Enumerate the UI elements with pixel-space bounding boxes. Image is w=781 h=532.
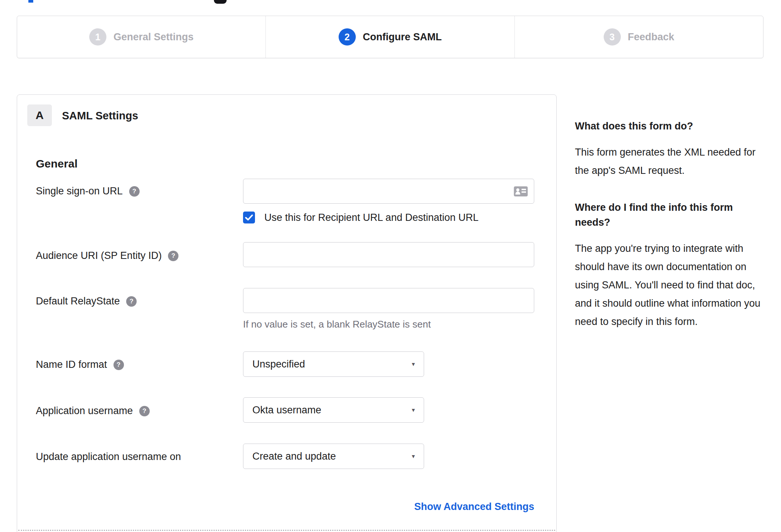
show-advanced-settings-link[interactable]: Show Advanced Settings: [414, 501, 534, 513]
help-icon[interactable]: ?: [139, 406, 150, 416]
help-icon[interactable]: ?: [126, 296, 137, 307]
saml-settings-panel: A SAML Settings General Single sign-on U…: [17, 94, 557, 532]
recipient-url-checkbox-row: Use this for Recipient URL and Destinati…: [243, 212, 479, 223]
application-username-label-text: Application username: [36, 405, 133, 417]
sso-url-label-text: Single sign-on URL: [36, 185, 123, 197]
wizard-stepper: 1 General Settings 2 Configure SAML 3 Fe…: [17, 16, 763, 58]
cropped-logo-fragment: [214, 0, 227, 4]
application-username-select[interactable]: Okta username ▼: [243, 397, 424, 423]
default-relaystate-label: Default RelayState ?: [36, 295, 137, 307]
sidebar-heading-what: What does this form do?: [575, 119, 767, 134]
chevron-down-icon: ▼: [411, 453, 416, 459]
audience-uri-label-text: Audience URI (SP Entity ID): [36, 250, 162, 262]
step-3-number-badge: 3: [604, 28, 621, 46]
step-configure-saml[interactable]: 2 Configure SAML: [265, 16, 514, 58]
name-id-format-label-text: Name ID format: [36, 359, 107, 370]
name-id-format-label: Name ID format ?: [36, 359, 124, 370]
general-group-title: General: [36, 157, 78, 170]
chevron-down-icon: ▼: [411, 361, 416, 367]
name-id-format-value: Unspecified: [252, 359, 305, 370]
audience-uri-label: Audience URI (SP Entity ID) ?: [36, 250, 178, 262]
help-sidebar: What does this form do? This form genera…: [575, 119, 767, 351]
section-a-badge: A: [27, 104, 52, 126]
chevron-down-icon: ▼: [411, 407, 416, 413]
step-2-label: Configure SAML: [363, 31, 442, 43]
help-icon[interactable]: ?: [113, 360, 124, 370]
update-application-username-label-text: Update application username on: [36, 451, 181, 463]
help-icon[interactable]: ?: [129, 186, 140, 197]
update-application-username-label: Update application username on: [36, 451, 181, 463]
checkmark-icon: [245, 214, 253, 221]
relaystate-hint: If no value is set, a blank RelayState i…: [243, 319, 431, 330]
sidebar-body-what: This form generates the XML needed for t…: [575, 143, 767, 180]
default-relaystate-label-text: Default RelayState: [36, 295, 120, 307]
name-id-format-select[interactable]: Unspecified ▼: [243, 351, 424, 377]
step-feedback[interactable]: 3 Feedback: [514, 16, 763, 58]
configure-saml-screen: 1 General Settings 2 Configure SAML 3 Fe…: [0, 0, 781, 532]
help-icon[interactable]: ?: [168, 251, 178, 261]
audience-uri-input[interactable]: [243, 242, 534, 267]
application-username-value: Okta username: [252, 404, 321, 416]
recipient-url-checkbox-label: Use this for Recipient URL and Destinati…: [264, 212, 479, 223]
update-application-username-value: Create and update: [252, 451, 336, 462]
section-divider: [18, 530, 555, 531]
sso-url-input-wrap: [243, 179, 534, 204]
sso-url-label: Single sign-on URL ?: [36, 185, 140, 197]
step-1-number-badge: 1: [89, 28, 106, 46]
default-relaystate-input[interactable]: [243, 288, 534, 313]
sso-url-input[interactable]: [243, 179, 534, 204]
recipient-url-checkbox[interactable]: [243, 212, 255, 223]
step-2-number-badge: 2: [339, 28, 356, 46]
section-title: SAML Settings: [62, 110, 138, 122]
step-1-label: General Settings: [113, 31, 194, 43]
step-3-label: Feedback: [628, 31, 675, 43]
cropped-title-fragment: [28, 0, 33, 3]
sidebar-body-where: The app you're trying to integrate with …: [575, 240, 767, 331]
application-username-label: Application username ?: [36, 405, 150, 417]
sidebar-heading-where: Where do I find the info this form needs…: [575, 200, 767, 230]
update-application-username-select[interactable]: Create and update ▼: [243, 444, 424, 469]
step-general-settings[interactable]: 1 General Settings: [17, 16, 265, 58]
